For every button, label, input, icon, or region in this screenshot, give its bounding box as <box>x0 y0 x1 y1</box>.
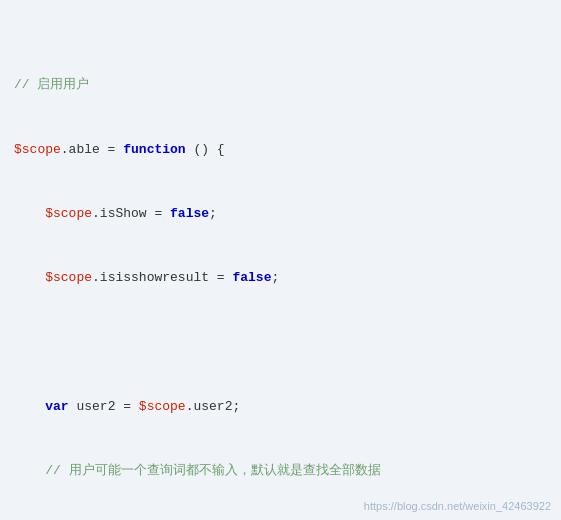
line-2: $scope.able = function () { <box>14 139 547 160</box>
line-3: $scope.isShow = false; <box>14 203 547 224</box>
line-4: $scope.isisshowresult = false; <box>14 267 547 288</box>
line-6: var user2 = $scope.user2; <box>14 396 547 417</box>
code-block: // 启用用户 $scope.able = function () { $sco… <box>14 10 547 520</box>
line-1: // 启用用户 <box>14 74 547 95</box>
line-5 <box>14 332 547 353</box>
line-7: // 用户可能一个查询词都不输入，默认就是查找全部数据 <box>14 460 547 481</box>
watermark: https://blog.csdn.net/weixin_42463922 <box>364 500 551 512</box>
code-container: // 启用用户 $scope.able = function () { $sco… <box>0 0 561 520</box>
